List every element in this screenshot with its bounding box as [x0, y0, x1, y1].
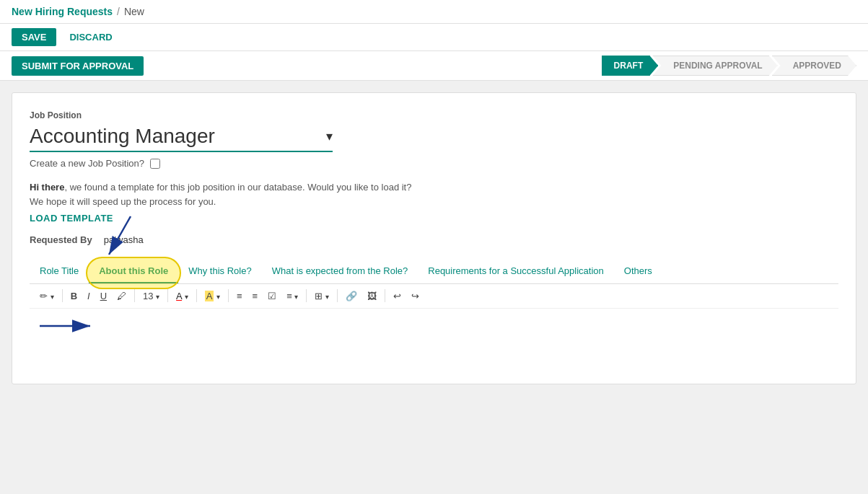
- redo-button[interactable]: ↪: [407, 288, 424, 304]
- breadcrumb-current: New: [124, 6, 144, 17]
- template-hint: Hi there, we found a template for this j…: [30, 180, 838, 226]
- breadcrumb-parent[interactable]: New Hiring Requests: [12, 6, 113, 17]
- tabs-row: Role Title About this Role Why this Role…: [30, 260, 838, 284]
- tab-role-title[interactable]: Role Title: [30, 260, 89, 283]
- create-new-row: Create a new Job Position?: [30, 158, 838, 169]
- image-button[interactable]: 🖼: [363, 288, 381, 304]
- italic-button[interactable]: I: [83, 288, 95, 304]
- dropdown-arrow-icon[interactable]: ▾: [326, 128, 333, 144]
- tab-others[interactable]: Others: [614, 260, 662, 283]
- sep4: [196, 289, 197, 302]
- underline-button[interactable]: U: [96, 288, 111, 304]
- main-content: Job Position Accounting Manager ▾ Create…: [0, 81, 868, 396]
- create-new-label: Create a new Job Position?: [30, 158, 144, 169]
- template-hint-bold: Hi there: [30, 182, 64, 193]
- tab-expected[interactable]: What is expected from the Role?: [262, 260, 418, 283]
- tab-about-wrapper: About this Role: [89, 260, 178, 283]
- table-button[interactable]: ⊞ ▾: [310, 288, 333, 304]
- sep8: [385, 289, 385, 302]
- submit-for-approval-button[interactable]: SUBMIT FOR APPROVAL: [12, 56, 144, 76]
- tabs-container: Role Title About this Role Why this Role…: [30, 260, 838, 284]
- sep3: [167, 289, 168, 302]
- arrow-right-row: [38, 317, 830, 335]
- undo-button[interactable]: ↩: [389, 288, 405, 304]
- sep2: [134, 289, 135, 302]
- ul-button[interactable]: ≡: [232, 288, 247, 304]
- status-step-draft[interactable]: DRAFT: [602, 56, 659, 76]
- requested-by-row: Requested By palwasha: [30, 234, 838, 245]
- ol-button[interactable]: ≡: [248, 288, 263, 304]
- tab-about-role[interactable]: About this Role: [89, 260, 178, 283]
- align-button[interactable]: ≡ ▾: [282, 288, 302, 304]
- job-position-label: Job Position: [30, 110, 838, 120]
- checklist-button[interactable]: ☑: [263, 288, 281, 304]
- job-position-row: Accounting Manager ▾: [30, 125, 333, 152]
- template-hint-text: , we found a template for this job posit…: [64, 182, 411, 193]
- requested-by-label: Requested By: [30, 234, 92, 245]
- tab-requirements[interactable]: Requirements for a Successful Applicatio…: [418, 260, 614, 283]
- status-steps: DRAFT PENDING APPROVAL APPROVED: [602, 56, 856, 76]
- save-button[interactable]: SAVE: [12, 28, 56, 46]
- bg-color-button[interactable]: A ▾: [201, 288, 224, 304]
- breadcrumb-separator: /: [117, 6, 120, 17]
- breadcrumb: New Hiring Requests / New: [12, 6, 144, 17]
- form-card: Job Position Accounting Manager ▾ Create…: [12, 92, 856, 384]
- highlight-button[interactable]: 🖊: [113, 288, 131, 304]
- discard-button[interactable]: DISCARD: [62, 28, 119, 46]
- pen-button[interactable]: ✏ ▾: [35, 288, 58, 304]
- editor-toolbar: ✏ ▾ B I U 🖊 13 ▾ A ▾ A ▾ ≡ ≡ ☑ ≡ ▾ ⊞ ▾ 🔗…: [30, 284, 838, 309]
- load-template-link[interactable]: LOAD TEMPLATE: [30, 211, 113, 226]
- template-hint-line2: We hope it will speed up the process for…: [30, 195, 838, 209]
- annotation-arrow-right: [38, 317, 96, 335]
- requested-by-value: palwasha: [104, 234, 144, 245]
- job-position-value[interactable]: Accounting Manager: [30, 125, 320, 148]
- requested-by-section: Requested By palwasha: [30, 234, 838, 245]
- top-bar: New Hiring Requests / New: [0, 0, 868, 24]
- toolbar: SAVE DISCARD: [0, 24, 868, 51]
- link-button[interactable]: 🔗: [341, 288, 361, 304]
- status-step-pending[interactable]: PENDING APPROVAL: [652, 56, 777, 76]
- font-size-button[interactable]: 13 ▾: [139, 288, 164, 304]
- sep7: [337, 289, 338, 302]
- sep1: [62, 289, 63, 302]
- editor-content-area[interactable]: [30, 309, 838, 366]
- sep6: [306, 289, 307, 302]
- bold-button[interactable]: B: [66, 288, 82, 304]
- status-step-approved[interactable]: APPROVED: [772, 56, 856, 76]
- create-new-checkbox[interactable]: [150, 159, 160, 169]
- status-bar: SUBMIT FOR APPROVAL DRAFT PENDING APPROV…: [0, 51, 868, 81]
- sep5: [228, 289, 229, 302]
- tab-why-role[interactable]: Why this Role?: [178, 260, 261, 283]
- font-color-button[interactable]: A ▾: [172, 288, 193, 304]
